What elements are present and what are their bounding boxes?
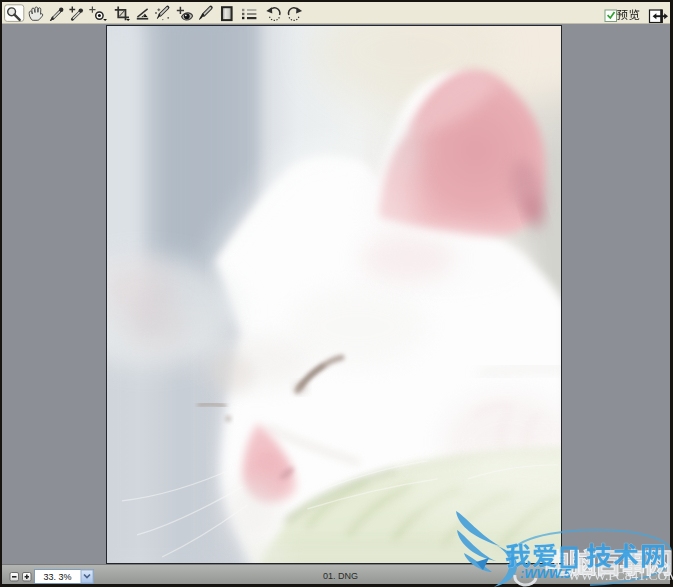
svg-text:WWW.PC841.COM: WWW.PC841.COM [568, 568, 673, 583]
svg-text:33. 3%: 33. 3% [44, 572, 72, 582]
svg-text::WWW.5: :WWW.5 [520, 566, 572, 581]
svg-text:01. DNG: 01. DNG [323, 571, 358, 581]
